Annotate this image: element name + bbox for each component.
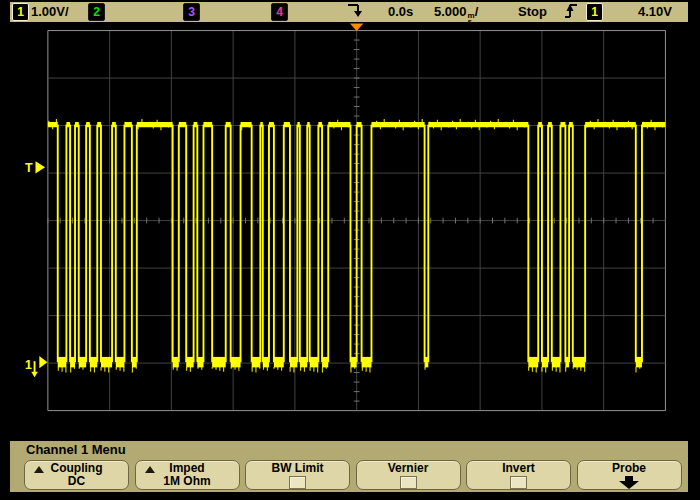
- trigger-level-readout: 4.10V: [638, 2, 672, 22]
- channel-2-indicator: 2: [88, 3, 105, 21]
- softkey-value: DC: [25, 475, 128, 487]
- timebase-suffix: /: [475, 4, 479, 19]
- waveform-trace: [48, 119, 666, 373]
- trigger-position-marker: [350, 23, 363, 31]
- trigger-level-marker-label: T: [25, 161, 33, 175]
- trigger-level-marker: [36, 161, 46, 173]
- softkey-invert[interactable]: Invert: [466, 460, 571, 490]
- vernier-checkbox[interactable]: [400, 476, 417, 489]
- trigger-source-indicator: 1: [586, 3, 603, 21]
- timebase-readout: 5.000ms/: [434, 2, 478, 22]
- timebase-value: 5.000: [434, 4, 467, 19]
- time-reference-falling-edge-icon: [346, 2, 366, 22]
- ground-marker-label: 1: [25, 358, 32, 372]
- ground-marker: [39, 356, 47, 368]
- softkey-coupling[interactable]: CouplingDC: [24, 460, 129, 490]
- bw-limit-checkbox[interactable]: [289, 476, 306, 489]
- oscilloscope-screen: 1 1.00V/ 2 3 4 0.0s 5.000ms/ Stop 1 4.10…: [0, 0, 700, 500]
- trigger-slope-edge-icon: [564, 2, 580, 22]
- channel-4-indicator: 4: [271, 3, 288, 21]
- invert-checkbox[interactable]: [510, 476, 527, 489]
- softkey-value: 1M Ohm: [136, 475, 239, 487]
- softkey-imped[interactable]: Imped1M Ohm: [135, 460, 240, 490]
- status-bar: 1 1.00V/ 2 3 4 0.0s 5.000ms/ Stop 1 4.10…: [10, 2, 688, 22]
- softkey-label: Probe: [578, 462, 681, 475]
- delay-readout: 0.0s: [388, 2, 413, 22]
- channel-3-indicator: 3: [183, 3, 200, 21]
- softkey-menu: Channel 1 Menu CouplingDCImped1M OhmBW L…: [10, 441, 688, 492]
- acquisition-status: Stop: [518, 2, 547, 22]
- channel-1-scale: 1.00V/: [31, 2, 69, 22]
- softkey-vernier[interactable]: Vernier: [356, 460, 461, 490]
- menu-title: Channel 1 Menu: [26, 442, 126, 457]
- softkey-label: Vernier: [357, 462, 460, 475]
- softkey-probe[interactable]: Probe: [577, 460, 682, 490]
- select-up-icon: [34, 466, 44, 473]
- select-up-icon: [145, 466, 155, 473]
- channel-1-indicator: 1: [12, 3, 29, 21]
- softkey-bw-limit[interactable]: BW Limit: [245, 460, 350, 490]
- waveform-display: T1: [0, 22, 700, 441]
- softkey-label: Invert: [467, 462, 570, 475]
- ground-marker-arrow-head: [31, 372, 38, 378]
- softkey-label: BW Limit: [246, 462, 349, 475]
- probe-down-arrow-icon: [578, 475, 681, 493]
